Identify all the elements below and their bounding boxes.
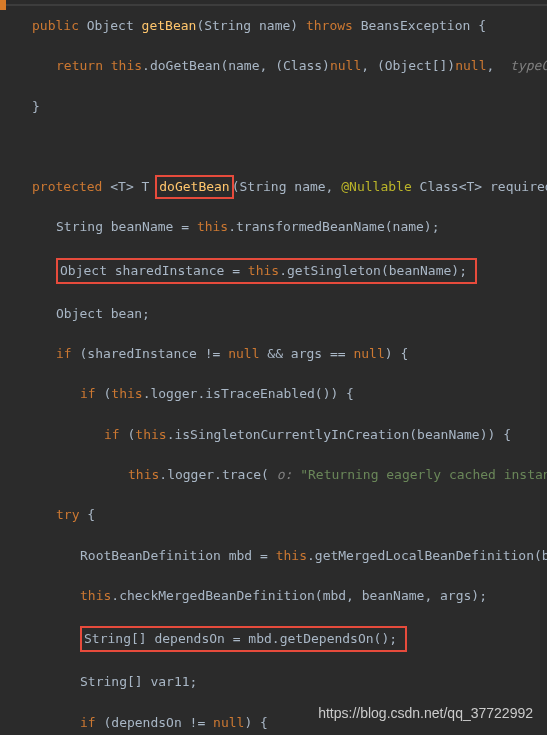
code-line: this.checkMergedBeanDefinition(mbd, bean… — [8, 586, 547, 606]
watermark: https://blog.csdn.net/qq_37722992 — [318, 703, 533, 725]
code-line: return this.doGetBean(name, (Class)null,… — [8, 56, 547, 76]
code-line: protected <T> T doGetBean(String name, @… — [8, 177, 547, 197]
code-line: if (sharedInstance != null && args == nu… — [8, 344, 547, 364]
gutter-marker — [0, 0, 6, 10]
code-line: } — [8, 97, 547, 117]
code-line: this.logger.trace( o: "Returning eagerly… — [8, 465, 547, 485]
highlight-getsingleton: Object sharedInstance = this.getSingleto… — [56, 258, 477, 284]
code-line: String[] dependsOn = mbd.getDependsOn(); — [8, 626, 547, 652]
highlight-dependson: String[] dependsOn = mbd.getDependsOn(); — [80, 626, 407, 652]
code-line: public Object getBean(String name) throw… — [8, 16, 547, 36]
code-line: RootBeanDefinition mbd = this.getMergedL… — [8, 546, 547, 566]
code-line — [8, 137, 547, 157]
editor-top-border — [0, 4, 547, 6]
code-editor[interactable]: public Object getBean(String name) throw… — [8, 16, 547, 735]
code-line: String beanName = this.transformedBeanNa… — [8, 217, 547, 237]
code-line: try { — [8, 505, 547, 525]
code-line: if (this.logger.isTraceEnabled()) { — [8, 384, 547, 404]
highlight-dogetbean: doGetBean — [155, 175, 233, 199]
code-line: String[] var11; — [8, 672, 547, 692]
code-line: Object sharedInstance = this.getSingleto… — [8, 258, 547, 284]
code-line: if (this.isSingletonCurrentlyInCreation(… — [8, 425, 547, 445]
code-line: Object bean; — [8, 304, 547, 324]
